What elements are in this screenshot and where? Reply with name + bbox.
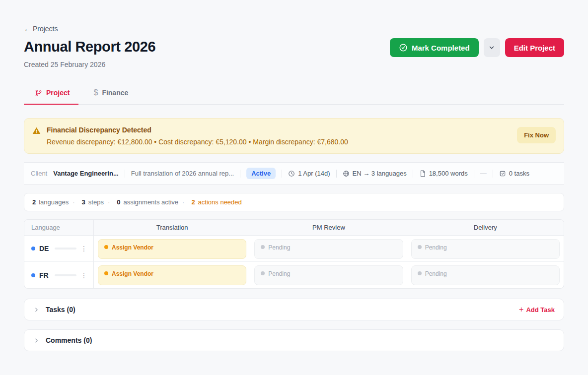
language-code: FR: [39, 271, 49, 279]
dollar-icon: $: [93, 88, 98, 97]
pending-cell[interactable]: Pending: [411, 265, 560, 285]
banner-title: Financial Discrepancy Detected: [47, 126, 511, 134]
fix-now-button[interactable]: Fix Now: [517, 127, 556, 143]
tasks-count: 0 tasks: [509, 170, 529, 177]
tasks-section-title: Tasks (0): [46, 306, 75, 313]
due-date-item: 1 Apr (14d): [288, 170, 330, 177]
checkbox-check-icon: [499, 170, 506, 177]
divider: [125, 170, 125, 178]
document-icon: [419, 170, 426, 177]
divider: [474, 170, 474, 178]
divider: [493, 170, 493, 178]
client-label: Client: [31, 170, 47, 177]
column-header-pm-review: PM Review: [250, 220, 407, 236]
stat-assignments-value: 0: [117, 198, 120, 206]
step-cell: Pending: [407, 262, 564, 288]
language-dot-icon: [31, 273, 35, 277]
back-to-projects-link[interactable]: ← Projects: [24, 0, 58, 33]
empty-value-dash: —: [480, 170, 487, 177]
banner-details: Revenue discrepancy: €12,800.00 • Cost d…: [47, 138, 511, 146]
banner-text: Financial Discrepancy Detected Revenue d…: [47, 126, 511, 146]
status-badge: Active: [246, 168, 276, 179]
language-row-de: DE ⋮: [24, 236, 94, 262]
kebab-menu-icon[interactable]: ⋮: [80, 245, 87, 252]
language-row-fr: FR ⋮: [24, 262, 94, 288]
chevron-right-icon[interactable]: [33, 337, 40, 344]
plus-icon: +: [519, 306, 523, 313]
workflow-table: Language Translation PM Review Delivery …: [24, 219, 564, 289]
kebab-menu-icon[interactable]: ⋮: [80, 272, 87, 279]
pending-cell[interactable]: Pending: [411, 239, 560, 259]
tasks-section[interactable]: Tasks (0) + Add Task: [24, 299, 564, 320]
comments-section-title: Comments (0): [46, 336, 92, 344]
word-count-item: 18,500 words: [419, 170, 468, 177]
stat-actions-needed-value: 2: [191, 198, 195, 206]
action-dot-icon: [104, 271, 108, 275]
step-cell: Assign Vendor: [94, 262, 250, 288]
chevron-right-icon[interactable]: [33, 307, 40, 313]
comments-section[interactable]: Comments (0): [24, 329, 564, 351]
project-page: ← Projects Annual Report 2026 Created 25…: [0, 0, 588, 351]
add-task-label: Add Task: [526, 306, 555, 313]
stat-actions-needed-label: actions needed: [198, 198, 242, 206]
edit-project-button[interactable]: Edit Project: [505, 38, 564, 57]
tab-project[interactable]: Project: [34, 83, 71, 104]
stat-assignments: 0 assignments active: [108, 198, 178, 206]
more-actions-button[interactable]: [484, 38, 500, 57]
stat-languages-label: languages: [39, 198, 69, 206]
language-pair-item: EN → 3 languages: [343, 170, 407, 177]
step-status-label: Pending: [425, 270, 447, 277]
financial-discrepancy-banner: Financial Discrepancy Detected Revenue d…: [24, 118, 564, 154]
column-header-language: Language: [24, 220, 94, 236]
tab-project-label: Project: [46, 89, 70, 97]
due-date: 1 Apr (14d): [298, 170, 330, 177]
tab-finance-label: Finance: [102, 89, 128, 97]
chevron-down-icon: [488, 44, 495, 51]
divider: [240, 170, 240, 178]
tab-bar: Project $ Finance: [24, 83, 564, 105]
add-task-button[interactable]: + Add Task: [519, 306, 555, 313]
header: ← Projects Annual Report 2026 Created 25…: [24, 0, 564, 68]
divider: [336, 170, 337, 178]
step-status-label: Pending: [268, 270, 290, 277]
language-pair: EN → 3 languages: [353, 170, 407, 177]
client-name: Vantage Engineerin...: [53, 170, 118, 177]
column-header-translation: Translation: [94, 220, 250, 236]
clock-icon: [288, 170, 295, 177]
stat-steps-label: steps: [88, 198, 104, 206]
language-code: DE: [39, 245, 49, 252]
divider: [282, 170, 282, 178]
pending-dot-icon: [261, 245, 265, 249]
word-count: 18,500 words: [429, 170, 468, 177]
edit-project-label: Edit Project: [514, 44, 555, 52]
stat-languages-value: 2: [32, 198, 36, 206]
step-cell: Pending: [250, 262, 407, 288]
language-dot-icon: [31, 247, 35, 250]
step-cell: Pending: [250, 236, 407, 262]
assign-vendor-cell[interactable]: Assign Vendor: [98, 239, 246, 259]
mark-completed-button[interactable]: Mark Completed: [390, 38, 479, 57]
created-date: Created 25 February 2026: [24, 61, 564, 68]
stat-actions-needed: 2 actions needed: [182, 198, 242, 206]
stat-assignments-label: assignments active: [123, 198, 178, 206]
project-description: Full translation of 2026 annual rep...: [131, 170, 234, 177]
git-branch-icon: [35, 89, 42, 97]
progress-bar: [55, 274, 76, 276]
divider: [413, 170, 413, 178]
column-header-delivery: Delivery: [407, 220, 564, 236]
pending-cell[interactable]: Pending: [254, 265, 403, 285]
pending-dot-icon: [418, 245, 422, 249]
step-status-label: Pending: [425, 244, 447, 251]
pending-dot-icon: [261, 271, 265, 275]
project-stats-bar: 2 languages 3 steps 0 assignments active…: [24, 193, 564, 211]
tasks-count-item: 0 tasks: [499, 170, 529, 177]
mark-completed-label: Mark Completed: [412, 44, 470, 52]
pending-cell[interactable]: Pending: [254, 239, 403, 259]
warning-triangle-icon: [32, 126, 41, 135]
step-status-label: Assign Vendor: [112, 244, 153, 251]
project-info-bar: Client Vantage Engineerin... Full transl…: [24, 162, 564, 185]
tab-finance[interactable]: $ Finance: [92, 83, 129, 104]
assign-vendor-cell[interactable]: Assign Vendor: [98, 265, 246, 285]
step-status-label: Assign Vendor: [112, 270, 153, 277]
progress-bar: [55, 248, 76, 250]
